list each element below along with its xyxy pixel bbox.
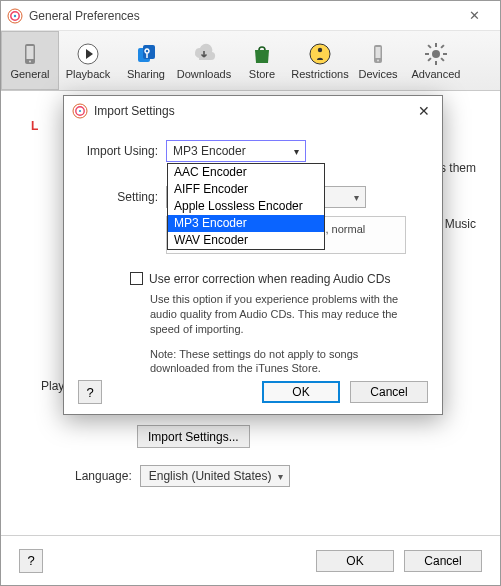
dialog-close-button[interactable]: ✕ [414,103,434,119]
error-correction-help: Use this option if you experience proble… [150,292,410,337]
checkbox-icon [130,272,143,285]
encoder-dropdown-list: AAC Encoder AIFF Encoder Apple Lossless … [167,163,325,250]
encoder-option[interactable]: MP3 Encoder [168,215,324,232]
encoder-option[interactable]: WAV Encoder [168,232,324,249]
dialog-titlebar: Import Settings ✕ [64,96,442,126]
settings-note: Note: These settings do not apply to son… [150,347,410,377]
import-using-value: MP3 Encoder [173,144,246,158]
modal-overlay: Import Settings ✕ Import Using: MP3 Enco… [1,1,500,585]
encoder-option[interactable]: AAC Encoder [168,164,324,181]
dialog-help-button[interactable]: ? [78,380,102,404]
error-correction-checkbox[interactable]: Use error correction when reading Audio … [130,272,426,286]
import-using-label: Import Using: [80,140,166,158]
chevron-down-icon: ▾ [354,192,359,203]
encoder-option[interactable]: AIFF Encoder [168,181,324,198]
svg-point-26 [79,110,81,112]
dialog-footer: ? OK Cancel [78,380,428,404]
import-settings-dialog: Import Settings ✕ Import Using: MP3 Enco… [63,95,443,415]
itunes-icon [72,103,88,119]
dialog-ok-button[interactable]: OK [262,381,340,403]
chevron-down-icon: ▾ [294,146,299,157]
setting-label: Setting: [80,186,166,204]
dialog-cancel-button[interactable]: Cancel [350,381,428,403]
dialog-body: Import Using: MP3 Encoder ▾ AAC Encoder … [64,126,442,388]
dialog-title: Import Settings [94,104,414,118]
error-correction-label: Use error correction when reading Audio … [149,272,390,286]
import-using-combobox[interactable]: MP3 Encoder ▾ AAC Encoder AIFF Encoder A… [166,140,306,162]
encoder-option[interactable]: Apple Lossless Encoder [168,198,324,215]
